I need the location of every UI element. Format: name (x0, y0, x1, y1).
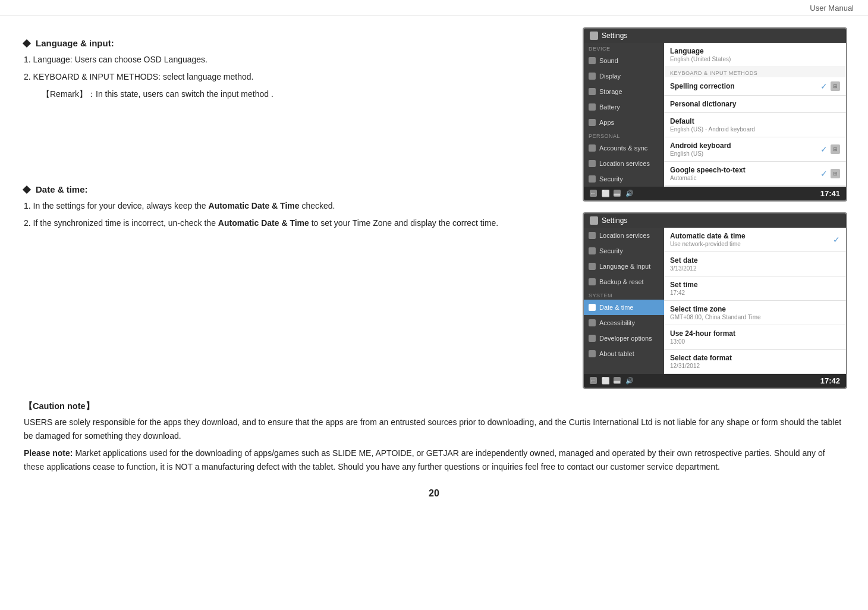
set-date-left: Set date 3/13/2012 (670, 256, 840, 272)
language-point1: 1. Language: Users can choose OSD Langua… (24, 53, 565, 67)
language-section: Language & input: 1. Language: Users can… (24, 38, 565, 101)
screen2-statusbar: ← ⬜ ▬ 🔊 17:42 (584, 374, 846, 388)
android-kb-title: Android keyboard (670, 142, 820, 150)
auto-date-sub: Use network-provided time (670, 241, 833, 247)
sidebar-battery[interactable]: Battery (584, 99, 664, 115)
left-panel: Language & input: 1. Language: Users can… (24, 27, 571, 389)
language-point2: 2. KEYBOARD & INPUT METHODS: select lang… (24, 70, 565, 84)
hour-format-left: Use 24-hour format 13:00 (670, 329, 840, 345)
check-icon-3: ✓ (820, 169, 828, 178)
google-speech-settings-btn[interactable]: ⊞ (831, 169, 840, 178)
set-date-item[interactable]: Set date 3/13/2012 (664, 252, 846, 276)
select-tz-left: Select time zone GMT+08:00, China Standa… (670, 305, 840, 320)
menu-icon[interactable]: ▬ (614, 190, 621, 197)
location-icon-2 (589, 232, 596, 239)
hour-format-sub: 13:00 (670, 338, 840, 345)
default-item[interactable]: Default English (US) - Android keyboard (664, 113, 846, 137)
language-remark: 【Remark】：In this state, users can switch… (24, 87, 565, 101)
caution-title: 【Caution note】 (24, 401, 844, 412)
settings-icon (590, 32, 598, 40)
sidebar-storage[interactable]: Storage (584, 84, 664, 99)
select-tz-item[interactable]: Select time zone GMT+08:00, China Standa… (664, 301, 846, 325)
sync-icon (589, 144, 596, 152)
screen2-content: Automatic date & time Use network-provid… (664, 228, 846, 374)
s2-location[interactable]: Location services (584, 228, 664, 243)
language-item[interactable]: Language English (United States) (664, 43, 846, 67)
date-section-title: Date & time: (24, 184, 565, 194)
set-time-title: Set time (670, 281, 840, 289)
personal-dict-item[interactable]: Personal dictionary (664, 96, 846, 113)
language-item-title: Language (670, 47, 840, 55)
sidebar-sound[interactable]: Sound (584, 53, 664, 68)
set-date-sub: 3/13/2012 (670, 265, 840, 272)
auto-date-item[interactable]: Automatic date & time Use network-provid… (664, 228, 846, 252)
google-speech-item[interactable]: Google speech-to-text Automatic ✓ ⊞ (664, 162, 846, 186)
personal-dict-left: Personal dictionary (670, 100, 840, 108)
s2-language[interactable]: Language & input (584, 259, 664, 274)
google-speech-left: Google speech-to-text Automatic (670, 166, 820, 181)
back-icon[interactable]: ← (590, 190, 597, 197)
sidebar-apps[interactable]: Apps (584, 115, 664, 130)
sound-icon (589, 57, 596, 64)
sidebar-location[interactable]: Location services (584, 156, 664, 171)
s2-developer[interactable]: Developer options (584, 331, 664, 346)
default-sub: English (US) - Android keyboard (670, 126, 840, 133)
main-layout: Language & input: 1. Language: Users can… (0, 15, 868, 395)
android-kb-left: Android keyboard English (US) (670, 142, 820, 157)
s2-date-label: Date & time (599, 304, 633, 311)
display-label: Display (599, 73, 621, 80)
spelling-right: ✓ ⊞ (820, 81, 840, 91)
backup-icon (589, 278, 596, 285)
select-tz-sub: GMT+08:00, China Standard Time (670, 314, 840, 320)
screen2-title: Settings (602, 216, 627, 225)
sidebar-accounts[interactable]: Accounts & sync (584, 140, 664, 156)
caution-text2: Please note: Market applications used fo… (24, 447, 844, 474)
default-left: Default English (US) - Android keyboard (670, 117, 840, 133)
s2-backup[interactable]: Backup & reset (584, 274, 664, 290)
sidebar-security[interactable]: Security (584, 171, 664, 187)
hour-format-item[interactable]: Use 24-hour format 13:00 (664, 325, 846, 350)
caution-bold: Please note: (24, 448, 73, 458)
keyboard-label: KEYBOARD & INPUT METHODS (664, 67, 846, 77)
s2-security-label: Security (599, 247, 623, 254)
back-icon-2[interactable]: ← (590, 377, 597, 384)
check-icon-2: ✓ (820, 144, 828, 154)
check-auto-date: ✓ (833, 235, 840, 244)
sidebar-display[interactable]: Display (584, 68, 664, 84)
storage-label: Storage (599, 88, 622, 95)
date-format-item[interactable]: Select date format 12/31/2012 (664, 350, 846, 374)
accessibility-icon (589, 319, 596, 326)
android-kb-right: ✓ ⊞ (820, 144, 840, 154)
screen1-time: 17:41 (820, 189, 840, 198)
language-item-sub: English (United States) (670, 56, 840, 62)
s2-about[interactable]: About tablet (584, 346, 664, 361)
caution-text1-span: USERS are solely responsible for the app… (24, 417, 841, 441)
personal-dict-title: Personal dictionary (670, 100, 840, 108)
s2-accessibility[interactable]: Accessibility (584, 315, 664, 331)
android-kb-item[interactable]: Android keyboard English (US) ✓ ⊞ (664, 137, 846, 162)
storage-icon (589, 88, 596, 95)
home-icon[interactable]: ⬜ (602, 190, 609, 197)
settings-icon-2 (590, 216, 598, 225)
security-icon-2 (589, 247, 596, 254)
android-kb-sub: English (US) (670, 150, 820, 157)
right-panel: Settings DEVICE Sound Display (583, 27, 850, 389)
date-p2-text: 2. If the synchronized time is incorrect… (24, 218, 216, 228)
screen2: Settings Location services Security La (583, 212, 847, 389)
display-icon (589, 73, 596, 80)
spelling-item[interactable]: Spelling correction ✓ ⊞ (664, 77, 846, 96)
android-kb-settings-btn[interactable]: ⊞ (831, 144, 840, 154)
security-icon (589, 175, 596, 183)
diamond-icon (23, 39, 31, 47)
home-icon-2[interactable]: ⬜ (602, 377, 609, 384)
s2-accessibility-label: Accessibility (599, 319, 635, 326)
default-title: Default (670, 117, 840, 125)
spelling-settings-btn[interactable]: ⊞ (831, 81, 840, 91)
s2-date-time[interactable]: Date & time (584, 300, 664, 315)
set-time-item[interactable]: Set time 17:42 (664, 276, 846, 301)
menu-icon-2[interactable]: ▬ (614, 377, 621, 384)
caution-section: 【Caution note】 USERS are solely responsi… (0, 395, 868, 483)
s2-security[interactable]: Security (584, 243, 664, 259)
google-speech-right: ✓ ⊞ (820, 169, 840, 178)
auto-date-left: Automatic date & time Use network-provid… (670, 232, 833, 247)
